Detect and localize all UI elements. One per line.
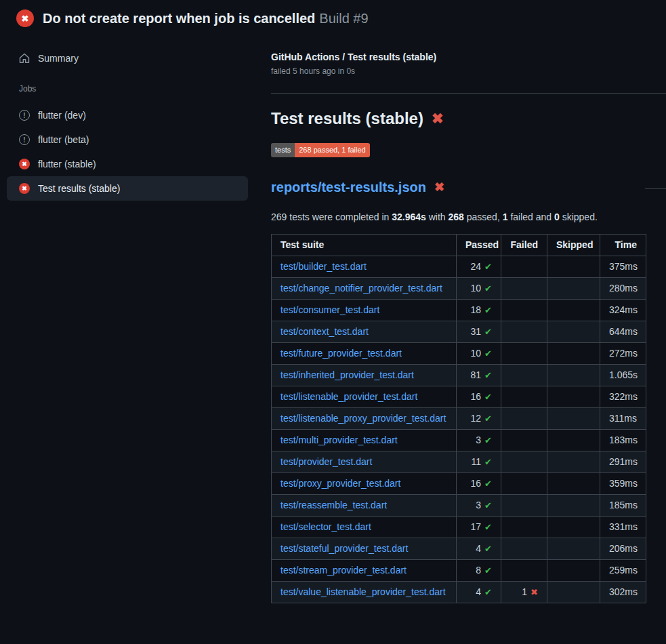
failed-cell xyxy=(501,495,547,517)
suite-cell: test/listenable_provider_test.dart xyxy=(272,386,457,408)
skipped-cell xyxy=(547,451,600,473)
passed-cell: 81✔ xyxy=(457,365,501,386)
test-suite-link[interactable]: test/value_listenable_provider_test.dart xyxy=(280,586,446,597)
test-suite-link[interactable]: test/context_test.dart xyxy=(280,326,369,337)
job-label: flutter (stable) xyxy=(38,159,96,169)
summary-text: failed and xyxy=(508,212,555,222)
test-suite-link[interactable]: test/selector_test.dart xyxy=(280,521,371,532)
skipped-cell xyxy=(547,343,600,365)
check-icon: ✔ xyxy=(484,348,492,359)
skipped-cell xyxy=(547,473,600,495)
sidebar-item-test-results-stable[interactable]: ✖ Test results (stable) xyxy=(7,176,248,201)
time-cell: 302ms xyxy=(600,582,646,603)
time-cell: 185ms xyxy=(600,495,646,517)
check-icon: ✔ xyxy=(484,587,492,597)
tests-badge: tests 268 passed, 1 failed xyxy=(271,143,370,157)
run-title-text: Do not create report when job is cancell… xyxy=(43,11,315,26)
run-status-line: failed 5 hours ago in 0s xyxy=(271,66,666,77)
sidebar-item-flutter-dev[interactable]: ! flutter (dev) xyxy=(7,103,248,127)
test-suite-link[interactable]: test/listenable_provider_test.dart xyxy=(280,391,417,402)
count-value: 1 xyxy=(522,586,527,597)
neutral-status-icon: ! xyxy=(19,134,30,145)
suite-cell: test/reassemble_test.dart xyxy=(272,495,457,517)
passed-cell: 24✔ xyxy=(457,256,501,278)
test-suite-row: test/future_provider_test.dart10✔272ms xyxy=(272,343,646,365)
check-icon: ✔ xyxy=(484,370,492,380)
time-cell: 324ms xyxy=(600,300,646,321)
test-suite-link[interactable]: test/proxy_provider_test.dart xyxy=(280,478,400,489)
sidebar-item-summary[interactable]: Summary xyxy=(7,46,248,71)
test-suite-link[interactable]: test/multi_provider_test.dart xyxy=(280,435,398,445)
test-suite-row: test/provider_test.dart11✔291ms xyxy=(272,451,646,473)
suite-cell: test/listenable_proxy_provider_test.dart xyxy=(272,408,457,430)
test-suite-link[interactable]: test/future_provider_test.dart xyxy=(280,348,402,359)
passed-cell: 11✔ xyxy=(457,451,501,473)
suite-cell: test/proxy_provider_test.dart xyxy=(272,473,457,495)
test-suite-link[interactable]: test/change_notifier_provider_test.dart xyxy=(280,283,442,294)
summary-passed-count: 268 xyxy=(449,212,464,222)
divider xyxy=(271,93,666,94)
passed-cell: 16✔ xyxy=(457,386,501,408)
table-header-row: Test suite Passed Failed Skipped Time xyxy=(272,235,646,256)
failed-cell xyxy=(501,300,547,321)
page-title: Do not create report when job is cancell… xyxy=(43,11,369,26)
sidebar-item-flutter-stable[interactable]: ✖ flutter (stable) xyxy=(7,152,248,176)
count-value: 8 xyxy=(476,565,481,576)
passed-cell: 18✔ xyxy=(457,300,501,321)
count-value: 16 xyxy=(471,391,482,402)
test-suite-link[interactable]: test/provider_test.dart xyxy=(280,456,372,467)
test-suite-row: test/proxy_provider_test.dart16✔359ms xyxy=(272,473,646,495)
skipped-cell xyxy=(547,430,600,451)
failed-status-icon: ✖ xyxy=(19,159,30,169)
time-cell: 311ms xyxy=(600,408,646,430)
cross-mark-icon: ✖ xyxy=(434,179,444,195)
passed-cell: 4✔ xyxy=(457,582,501,603)
check-icon: ✔ xyxy=(484,565,492,576)
test-suite-link[interactable]: test/consumer_test.dart xyxy=(280,304,379,315)
passed-cell: 16✔ xyxy=(457,473,501,495)
test-suite-row: test/context_test.dart31✔644ms xyxy=(272,321,646,343)
time-cell: 259ms xyxy=(600,560,646,582)
count-value: 4 xyxy=(476,586,481,597)
skipped-cell xyxy=(547,560,600,582)
failed-cell xyxy=(501,517,547,538)
time-cell: 359ms xyxy=(600,473,646,495)
test-suite-row: test/builder_test.dart24✔375ms xyxy=(272,256,646,278)
count-value: 16 xyxy=(471,478,482,489)
time-cell: 206ms xyxy=(600,538,646,560)
test-suite-link[interactable]: test/builder_test.dart xyxy=(280,261,367,272)
jobs-list: ! flutter (dev) ! flutter (beta) ✖ flutt… xyxy=(0,103,255,201)
passed-cell: 4✔ xyxy=(457,538,501,560)
test-suite-link[interactable]: test/stateful_provider_test.dart xyxy=(280,543,408,554)
time-cell: 375ms xyxy=(600,256,646,278)
time-cell: 644ms xyxy=(600,321,646,343)
count-value: 4 xyxy=(476,543,481,554)
passed-cell: 3✔ xyxy=(457,430,501,451)
suite-cell: test/builder_test.dart xyxy=(272,256,457,278)
report-link[interactable]: reports/test-results.json xyxy=(271,179,426,195)
breadcrumb: GitHub Actions / Test results (stable) xyxy=(271,52,666,63)
test-suite-row: test/multi_provider_test.dart3✔183ms xyxy=(272,430,646,451)
test-suite-link[interactable]: test/inherited_provider_test.dart xyxy=(280,369,414,380)
failed-cell: 1✖ xyxy=(501,582,547,603)
summary-text: passed, xyxy=(464,212,503,222)
passed-cell: 17✔ xyxy=(457,517,501,538)
passed-cell: 10✔ xyxy=(457,278,501,300)
suite-cell: test/stateful_provider_test.dart xyxy=(272,538,457,560)
cross-icon: ✖ xyxy=(530,587,538,597)
time-cell: 291ms xyxy=(600,451,646,473)
time-cell: 272ms xyxy=(600,343,646,365)
time-cell: 1.065s xyxy=(600,365,646,386)
sidebar-item-flutter-beta[interactable]: ! flutter (beta) xyxy=(7,127,248,152)
test-suite-row: test/inherited_provider_test.dart81✔1.06… xyxy=(272,365,646,386)
count-value: 12 xyxy=(471,413,482,424)
failed-cell xyxy=(501,321,547,343)
test-suite-link[interactable]: test/stream_provider_test.dart xyxy=(280,565,407,576)
job-label: flutter (beta) xyxy=(38,134,89,145)
skipped-cell xyxy=(547,517,600,538)
check-icon: ✔ xyxy=(484,283,492,294)
job-label: Test results (stable) xyxy=(38,183,120,194)
col-skipped: Skipped xyxy=(547,235,600,256)
test-suite-link[interactable]: test/listenable_proxy_provider_test.dart xyxy=(280,413,446,424)
test-suite-link[interactable]: test/reassemble_test.dart xyxy=(280,500,387,510)
